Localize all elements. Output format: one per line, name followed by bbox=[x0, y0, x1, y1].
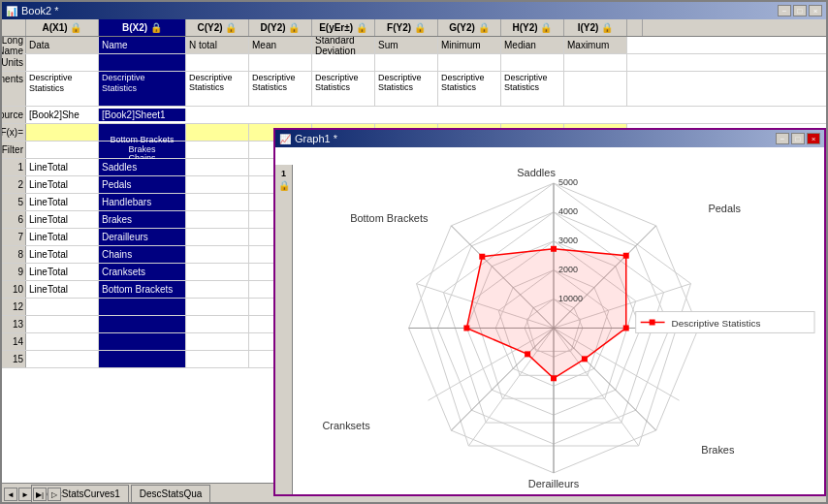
legend-label: Descriptive Statistics bbox=[672, 318, 761, 329]
row-number: 13 bbox=[2, 316, 26, 332]
cell-a[interactable] bbox=[26, 351, 99, 367]
longname-c: N total bbox=[186, 37, 249, 53]
cell-b[interactable]: Brakes bbox=[99, 211, 186, 228]
row-number: 15 bbox=[2, 351, 26, 367]
cell-a[interactable]: LineTotal bbox=[26, 176, 99, 193]
svg-text:10000: 10000 bbox=[558, 294, 583, 303]
maximize-button[interactable]: □ bbox=[793, 5, 807, 16]
cell-b[interactable] bbox=[99, 351, 186, 367]
col-header-g[interactable]: G(Y2) 🔒 bbox=[438, 19, 501, 36]
svg-rect-31 bbox=[582, 356, 588, 362]
row-num-header bbox=[2, 19, 26, 36]
row-label-fx: F(x)= bbox=[2, 124, 26, 141]
row-number: 2 bbox=[2, 176, 26, 193]
cell-a[interactable]: LineTotal bbox=[26, 211, 99, 228]
longname-d: Mean bbox=[249, 37, 312, 53]
close-button[interactable]: × bbox=[809, 5, 822, 16]
svg-rect-35 bbox=[479, 254, 485, 260]
svg-rect-32 bbox=[551, 375, 557, 381]
radar-label-brakes: Brakes bbox=[701, 444, 735, 456]
svg-rect-29 bbox=[623, 253, 629, 259]
graph-close-button[interactable]: × bbox=[807, 133, 820, 144]
row-number: 6 bbox=[2, 211, 26, 228]
row-label-units: Units bbox=[2, 54, 26, 71]
cell-a[interactable]: LineTotal bbox=[26, 264, 99, 280]
source-b: [Book2]Sheet1 bbox=[99, 109, 186, 121]
col-header-d[interactable]: D(Y2) 🔒 bbox=[249, 19, 312, 36]
graph-page-num: 1 bbox=[281, 169, 286, 178]
longname-b: Name bbox=[99, 37, 186, 53]
cell-a[interactable]: LineTotal bbox=[26, 229, 99, 245]
cell-a[interactable]: LineTotal bbox=[26, 159, 99, 175]
tab-arrow-last[interactable]: ▶| bbox=[33, 488, 47, 501]
window-controls: − □ × bbox=[778, 5, 822, 16]
svg-text:4000: 4000 bbox=[558, 206, 578, 216]
comments-b: Descriptive Statistics bbox=[99, 72, 186, 106]
main-window: 📊 Book2 * − □ × A(X1) 🔒 B(X2) 🔒 C(Y2) 🔒 … bbox=[0, 0, 828, 504]
graph-title-bar: 📈 Graph1 * − □ × bbox=[275, 130, 824, 147]
cell-b[interactable] bbox=[99, 333, 186, 350]
col-b-items: Bottom Brackets Brakes Chains bbox=[99, 142, 186, 158]
row-label-source: Source bbox=[2, 107, 26, 123]
longname-h: Median bbox=[501, 37, 564, 53]
cell-b[interactable]: Chains bbox=[99, 246, 186, 263]
row-number: 12 bbox=[2, 299, 26, 315]
cell-a[interactable]: LineTotal bbox=[26, 246, 99, 263]
col-header-i[interactable]: I(Y2) 🔒 bbox=[564, 19, 627, 36]
svg-rect-30 bbox=[623, 325, 629, 331]
cell-b[interactable]: Saddles bbox=[99, 159, 186, 175]
graph-lock-btn[interactable]: 🔒 bbox=[278, 180, 290, 191]
longname-f: Sum bbox=[375, 37, 438, 53]
cell-b[interactable]: Handlebars bbox=[99, 194, 186, 210]
row-number: 8 bbox=[2, 246, 26, 263]
col-header-a[interactable]: A(X1) 🔒 bbox=[26, 19, 99, 36]
comments-c: Descriptive Statistics bbox=[186, 72, 249, 106]
row-number: 14 bbox=[2, 333, 26, 350]
radar-label-saddles: Saddles bbox=[517, 167, 556, 178]
radar-chart-svg: 5000 4000 3000 2000 10000 Saddles Pedals… bbox=[293, 147, 824, 494]
cell-b[interactable]: Cranksets bbox=[99, 264, 186, 280]
tab-arrow-left[interactable]: ◄ bbox=[4, 488, 17, 501]
cell-b[interactable] bbox=[99, 299, 186, 315]
cell-b[interactable]: Bottom Brackets bbox=[99, 281, 186, 298]
cell-b[interactable]: Derailleurs bbox=[99, 229, 186, 245]
comments-g: Descriptive Statistics bbox=[438, 72, 501, 106]
tab-descstats-qua[interactable]: DescStatsQua bbox=[131, 485, 210, 502]
svg-rect-28 bbox=[551, 246, 557, 252]
title-bar: 📊 Book2 * − □ × bbox=[2, 2, 826, 19]
col-header-c[interactable]: C(Y2) 🔒 bbox=[186, 19, 249, 36]
col-header-b[interactable]: B(X2) 🔒 bbox=[99, 19, 186, 36]
graph-maximize-button[interactable]: □ bbox=[791, 133, 805, 144]
svg-rect-34 bbox=[463, 325, 469, 331]
comments-d: Descriptive Statistics bbox=[249, 72, 312, 106]
svg-text:2000: 2000 bbox=[558, 265, 578, 274]
radar-label-cranksets: Cranksets bbox=[322, 420, 370, 431]
minimize-button[interactable]: − bbox=[778, 5, 791, 16]
radar-label-pedals: Pedals bbox=[708, 203, 741, 214]
comments-h: Descriptive Statistics bbox=[501, 72, 564, 106]
cell-b[interactable] bbox=[99, 316, 186, 332]
cell-a[interactable] bbox=[26, 333, 99, 350]
longname-i: Maximum bbox=[564, 37, 627, 53]
tab-scroll-arrows: ◄ ► ▶| ▷ bbox=[4, 488, 61, 501]
col-header-e[interactable]: E(yEr±) 🔒 bbox=[312, 19, 375, 36]
col-header-h[interactable]: H(Y2) 🔒 bbox=[501, 19, 564, 36]
cell-a[interactable] bbox=[26, 299, 99, 315]
cell-a[interactable] bbox=[26, 316, 99, 332]
row-label-comments: Comments bbox=[2, 72, 26, 106]
row-number: 7 bbox=[2, 229, 26, 245]
col-header-f[interactable]: F(Y2) 🔒 bbox=[375, 19, 438, 36]
graph-minimize-button[interactable]: − bbox=[776, 133, 789, 144]
longname-e: Standard Deviation bbox=[312, 37, 375, 53]
svg-text:3000: 3000 bbox=[558, 236, 578, 245]
graph-content: 1 🔒 bbox=[275, 147, 824, 494]
tab-arrow-right[interactable]: ► bbox=[18, 488, 32, 501]
svg-rect-43 bbox=[650, 320, 655, 326]
cell-a[interactable]: LineTotal bbox=[26, 194, 99, 210]
tab-arrow-add[interactable]: ▷ bbox=[48, 488, 61, 501]
svg-rect-33 bbox=[525, 351, 530, 357]
graph-window: 📈 Graph1 * − □ × 1 🔒 bbox=[273, 128, 826, 496]
longname-a: Data bbox=[26, 37, 99, 53]
cell-a[interactable]: LineTotal bbox=[26, 281, 99, 298]
cell-b[interactable]: Pedals bbox=[99, 176, 186, 193]
